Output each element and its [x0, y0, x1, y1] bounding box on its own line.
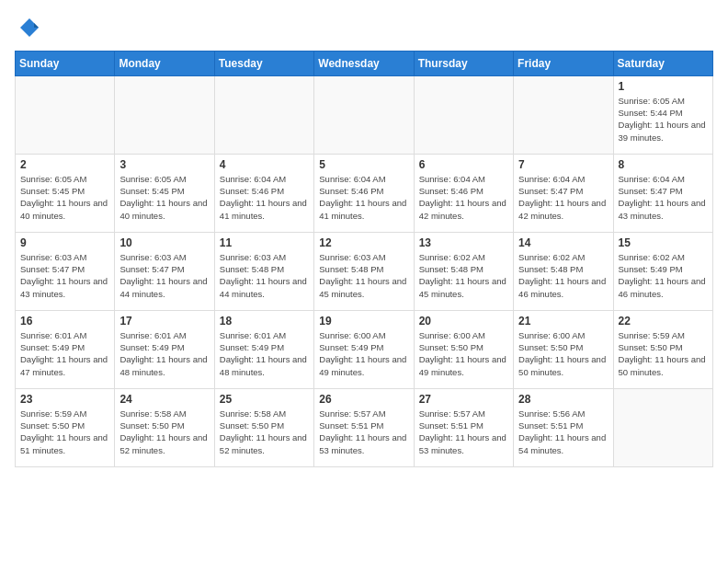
calendar-cell — [115, 75, 214, 154]
calendar-cell: 22Sunrise: 5:59 AMSunset: 5:50 PMDayligh… — [613, 310, 712, 388]
calendar-cell — [16, 75, 115, 154]
calendar-cell: 9Sunrise: 6:03 AMSunset: 5:47 PMDaylight… — [16, 232, 115, 310]
day-number: 14 — [518, 236, 608, 249]
day-number: 17 — [119, 315, 209, 327]
calendar-cell: 1Sunrise: 6:05 AMSunset: 5:44 PMDaylight… — [613, 75, 712, 154]
day-info: Sunrise: 6:05 AMSunset: 5:44 PMDaylight:… — [619, 95, 708, 144]
day-number: 5 — [319, 158, 408, 171]
calendar-cell: 24Sunrise: 5:58 AMSunset: 5:50 PMDayligh… — [115, 388, 214, 466]
calendar-cell — [613, 388, 712, 466]
calendar-cell: 10Sunrise: 6:03 AMSunset: 5:47 PMDayligh… — [115, 232, 214, 310]
day-info: Sunrise: 6:02 AMSunset: 5:48 PMDaylight:… — [419, 251, 508, 300]
calendar-cell: 18Sunrise: 6:01 AMSunset: 5:49 PMDayligh… — [214, 310, 313, 388]
calendar-cell: 26Sunrise: 5:57 AMSunset: 5:51 PMDayligh… — [314, 388, 414, 466]
day-number: 15 — [619, 236, 708, 249]
calendar-cell: 16Sunrise: 6:01 AMSunset: 5:49 PMDayligh… — [16, 310, 115, 388]
col-header-saturday: Saturday — [613, 51, 712, 75]
day-info: Sunrise: 6:01 AMSunset: 5:49 PMDaylight:… — [119, 329, 209, 378]
day-info: Sunrise: 6:03 AMSunset: 5:48 PMDaylight:… — [319, 251, 408, 300]
col-header-monday: Monday — [115, 51, 214, 75]
day-number: 13 — [419, 236, 508, 249]
calendar-cell: 28Sunrise: 5:56 AMSunset: 5:51 PMDayligh… — [514, 388, 613, 466]
day-number: 23 — [20, 393, 109, 406]
day-info: Sunrise: 6:04 AMSunset: 5:46 PMDaylight:… — [319, 173, 408, 222]
calendar-cell: 20Sunrise: 6:00 AMSunset: 5:50 PMDayligh… — [414, 310, 513, 388]
day-info: Sunrise: 6:01 AMSunset: 5:49 PMDaylight:… — [20, 329, 109, 378]
calendar-cell: 21Sunrise: 6:00 AMSunset: 5:50 PMDayligh… — [514, 310, 613, 388]
day-info: Sunrise: 6:04 AMSunset: 5:47 PMDaylight:… — [518, 173, 608, 222]
day-number: 11 — [220, 236, 309, 249]
calendar-week-row: 23Sunrise: 5:59 AMSunset: 5:50 PMDayligh… — [16, 388, 713, 466]
day-info: Sunrise: 6:01 AMSunset: 5:49 PMDaylight:… — [220, 329, 309, 378]
calendar-week-row: 16Sunrise: 6:01 AMSunset: 5:49 PMDayligh… — [16, 310, 713, 388]
day-number: 10 — [119, 236, 209, 249]
day-info: Sunrise: 6:04 AMSunset: 5:47 PMDaylight:… — [619, 173, 708, 222]
calendar-cell — [514, 75, 613, 154]
day-number: 18 — [220, 315, 309, 327]
day-number: 16 — [20, 315, 109, 327]
calendar-cell: 17Sunrise: 6:01 AMSunset: 5:49 PMDayligh… — [115, 310, 214, 388]
calendar-week-row: 1Sunrise: 6:05 AMSunset: 5:44 PMDaylight… — [16, 75, 713, 154]
logo-icon — [17, 15, 42, 40]
day-number: 20 — [419, 315, 508, 327]
calendar-cell: 15Sunrise: 6:02 AMSunset: 5:49 PMDayligh… — [613, 232, 712, 310]
day-number: 6 — [419, 158, 508, 171]
calendar-cell: 14Sunrise: 6:02 AMSunset: 5:48 PMDayligh… — [514, 232, 613, 310]
calendar-cell: 6Sunrise: 6:04 AMSunset: 5:46 PMDaylight… — [414, 154, 513, 232]
calendar-cell: 13Sunrise: 6:02 AMSunset: 5:48 PMDayligh… — [414, 232, 513, 310]
day-number: 19 — [319, 315, 408, 327]
day-info: Sunrise: 6:04 AMSunset: 5:46 PMDaylight:… — [419, 173, 508, 222]
calendar-cell: 23Sunrise: 5:59 AMSunset: 5:50 PMDayligh… — [16, 388, 115, 466]
page-header — [15, 15, 713, 41]
day-number: 7 — [518, 158, 608, 171]
day-info: Sunrise: 5:59 AMSunset: 5:50 PMDaylight:… — [20, 408, 109, 456]
day-info: Sunrise: 6:02 AMSunset: 5:48 PMDaylight:… — [518, 251, 608, 300]
logo — [15, 15, 42, 41]
day-number: 8 — [619, 158, 708, 171]
day-info: Sunrise: 6:03 AMSunset: 5:48 PMDaylight:… — [220, 251, 309, 300]
calendar-cell: 27Sunrise: 5:57 AMSunset: 5:51 PMDayligh… — [414, 388, 513, 466]
day-info: Sunrise: 6:00 AMSunset: 5:50 PMDaylight:… — [518, 329, 608, 378]
calendar-cell: 5Sunrise: 6:04 AMSunset: 5:46 PMDaylight… — [314, 154, 414, 232]
col-header-thursday: Thursday — [414, 51, 513, 75]
day-info: Sunrise: 6:05 AMSunset: 5:45 PMDaylight:… — [20, 173, 109, 222]
day-info: Sunrise: 5:58 AMSunset: 5:50 PMDaylight:… — [119, 408, 209, 456]
calendar-cell — [414, 75, 513, 154]
calendar-cell: 19Sunrise: 6:00 AMSunset: 5:49 PMDayligh… — [314, 310, 414, 388]
day-number: 25 — [220, 393, 309, 406]
calendar-cell: 2Sunrise: 6:05 AMSunset: 5:45 PMDaylight… — [16, 154, 115, 232]
day-number: 26 — [319, 393, 408, 406]
day-info: Sunrise: 5:59 AMSunset: 5:50 PMDaylight:… — [619, 329, 708, 378]
day-number: 12 — [319, 236, 408, 249]
calendar-header-row: SundayMondayTuesdayWednesdayThursdayFrid… — [16, 51, 713, 75]
day-number: 21 — [518, 315, 608, 327]
col-header-sunday: Sunday — [16, 51, 115, 75]
day-number: 27 — [419, 393, 508, 406]
day-info: Sunrise: 6:00 AMSunset: 5:50 PMDaylight:… — [419, 329, 508, 378]
day-number: 4 — [220, 158, 309, 171]
day-number: 3 — [119, 158, 209, 171]
calendar-cell: 4Sunrise: 6:04 AMSunset: 5:46 PMDaylight… — [214, 154, 313, 232]
day-info: Sunrise: 5:57 AMSunset: 5:51 PMDaylight:… — [419, 408, 508, 456]
day-number: 1 — [619, 80, 708, 93]
day-info: Sunrise: 5:58 AMSunset: 5:50 PMDaylight:… — [220, 408, 309, 456]
day-info: Sunrise: 6:03 AMSunset: 5:47 PMDaylight:… — [119, 251, 209, 300]
col-header-wednesday: Wednesday — [314, 51, 414, 75]
day-number: 24 — [119, 393, 209, 406]
col-header-tuesday: Tuesday — [214, 51, 313, 75]
calendar-cell: 8Sunrise: 6:04 AMSunset: 5:47 PMDaylight… — [613, 154, 712, 232]
calendar-week-row: 2Sunrise: 6:05 AMSunset: 5:45 PMDaylight… — [16, 154, 713, 232]
day-info: Sunrise: 6:00 AMSunset: 5:49 PMDaylight:… — [319, 329, 408, 378]
calendar-cell: 3Sunrise: 6:05 AMSunset: 5:45 PMDaylight… — [115, 154, 214, 232]
calendar-cell — [214, 75, 313, 154]
day-info: Sunrise: 6:02 AMSunset: 5:49 PMDaylight:… — [619, 251, 708, 300]
calendar-cell: 7Sunrise: 6:04 AMSunset: 5:47 PMDaylight… — [514, 154, 613, 232]
day-number: 2 — [20, 158, 109, 171]
calendar-cell: 12Sunrise: 6:03 AMSunset: 5:48 PMDayligh… — [314, 232, 414, 310]
day-info: Sunrise: 6:05 AMSunset: 5:45 PMDaylight:… — [119, 173, 209, 222]
col-header-friday: Friday — [514, 51, 613, 75]
calendar-cell: 25Sunrise: 5:58 AMSunset: 5:50 PMDayligh… — [214, 388, 313, 466]
day-number: 9 — [20, 236, 109, 249]
calendar-cell — [314, 75, 414, 154]
calendar-table: SundayMondayTuesdayWednesdayThursdayFrid… — [15, 51, 713, 467]
